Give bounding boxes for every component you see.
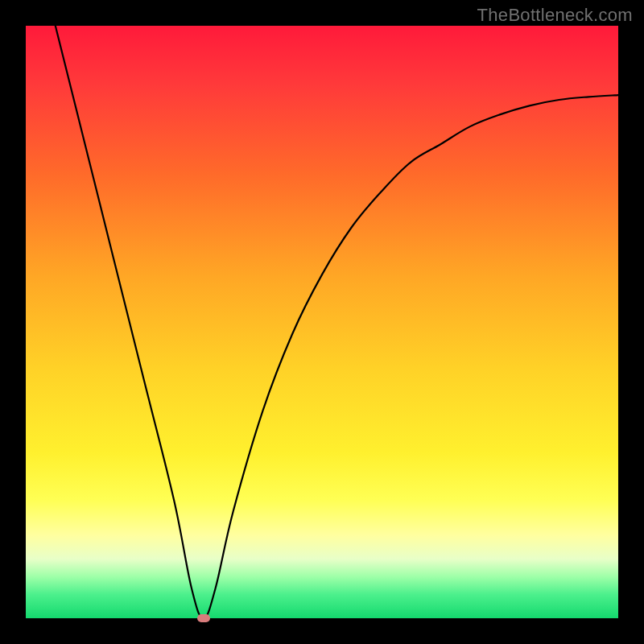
minimum-marker: [197, 614, 210, 622]
bottleneck-curve: [26, 26, 618, 618]
watermark-text: TheBottleneck.com: [477, 5, 633, 26]
plot-area: [26, 26, 618, 618]
chart-frame: TheBottleneck.com: [0, 0, 644, 644]
